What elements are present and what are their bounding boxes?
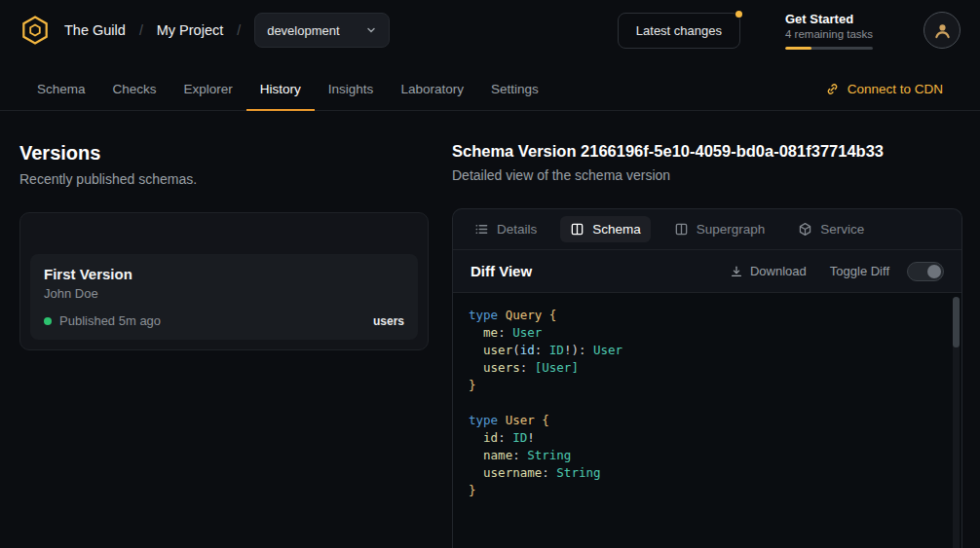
latest-changes-label: Latest changes: [636, 23, 722, 38]
version-author: John Doe: [44, 286, 404, 301]
scrollbar-thumb[interactable]: [953, 297, 960, 347]
versions-section: Versions Recently published schemas. Fir…: [0, 111, 452, 350]
breadcrumb: The Guild / My Project / development: [64, 13, 390, 48]
panel-tab-label: Details: [497, 222, 537, 237]
toggle-diff-switch[interactable]: [907, 262, 944, 281]
latest-changes-button[interactable]: Latest changes: [618, 13, 740, 49]
code-line: user(id: ID!): User: [469, 342, 946, 359]
main-content: Versions Recently published schemas. Fir…: [0, 111, 980, 548]
download-button[interactable]: Download: [724, 263, 812, 279]
diff-actions: Download Toggle Diff: [724, 262, 944, 281]
panel-tab-schema[interactable]: Schema: [560, 216, 651, 242]
schema-icon: [570, 222, 584, 237]
diff-view-title: Diff View: [471, 263, 532, 279]
toggle-knob: [927, 265, 941, 278]
versions-title: Versions: [19, 142, 429, 164]
hive-logo-icon[interactable]: [19, 15, 51, 46]
breadcrumb-org[interactable]: The Guild: [64, 22, 126, 38]
tab-insights[interactable]: Insights: [315, 68, 388, 110]
nav-tabs: Schema Checks Explorer History Insights …: [23, 68, 552, 110]
tab-history[interactable]: History: [246, 68, 315, 110]
version-status: Published 5m ago: [59, 313, 161, 328]
list-icon: [474, 222, 489, 237]
panel-tab-label: Supergraph: [697, 222, 766, 237]
panel-tab-service[interactable]: Service: [788, 216, 874, 242]
version-name: First Version: [44, 266, 404, 282]
avatar[interactable]: [923, 12, 961, 49]
get-started-progress: [785, 47, 873, 50]
get-started-title: Get Started: [785, 12, 879, 26]
notification-dot: [735, 11, 742, 18]
panel-tab-supergraph[interactable]: Supergraph: [664, 216, 775, 242]
connect-cdn-button[interactable]: Connect to CDN: [819, 81, 949, 97]
code-line: username: String: [469, 464, 946, 482]
breadcrumb-separator: /: [139, 22, 143, 38]
code-line: [469, 394, 946, 412]
user-icon: [933, 21, 952, 40]
target-selector-value: development: [267, 23, 339, 38]
link-icon: [825, 82, 840, 96]
version-status-row: Published 5m ago users: [44, 313, 404, 328]
download-label: Download: [750, 264, 807, 278]
schema-version-subtitle: Detailed view of the schema version: [452, 167, 962, 183]
code-line: type User {: [469, 412, 946, 429]
published-dot: [44, 317, 52, 325]
code-line: id: ID!: [469, 429, 946, 447]
tab-settings[interactable]: Settings: [477, 68, 552, 110]
code-line: }: [469, 482, 946, 499]
code-line: users: [User]: [469, 359, 946, 377]
code-line: type Query {: [469, 307, 946, 324]
breadcrumb-separator: /: [237, 22, 241, 38]
get-started-widget[interactable]: Get Started 4 remaining tasks: [785, 12, 879, 50]
panel-tab-label: Service: [820, 222, 864, 237]
panel-tab-details[interactable]: Details: [465, 216, 547, 242]
tab-checks[interactable]: Checks: [99, 68, 170, 110]
cube-icon: [798, 222, 812, 237]
version-item[interactable]: First Version John Doe Published 5m ago …: [30, 254, 418, 340]
panel-tabs: Details Schema: [453, 209, 961, 250]
code-line: me: User: [469, 324, 946, 342]
versions-subtitle: Recently published schemas.: [19, 171, 429, 187]
tab-schema[interactable]: Schema: [23, 68, 99, 110]
chevron-down-icon: [365, 24, 377, 36]
breadcrumb-project[interactable]: My Project: [157, 22, 224, 38]
top-header: The Guild / My Project / development Lat…: [0, 0, 980, 60]
diff-toolbar: Diff View Download Toggle Diff: [453, 250, 961, 293]
progress-fill: [785, 47, 811, 50]
tab-explorer[interactable]: Explorer: [170, 68, 246, 110]
connect-cdn-label: Connect to CDN: [848, 82, 943, 96]
tab-laboratory[interactable]: Laboratory: [387, 68, 477, 110]
versions-list: First Version John Doe Published 5m ago …: [19, 212, 429, 350]
main-nav: Schema Checks Explorer History Insights …: [0, 60, 980, 111]
code-lines: type Query { me: User user(id: ID!): Use…: [469, 307, 946, 499]
schema-version-panel: Details Schema: [452, 208, 962, 548]
scrollbar[interactable]: [953, 297, 960, 548]
header-right: Latest changes Get Started 4 remaining t…: [618, 12, 961, 50]
schema-version-section: Schema Version 2166196f-5e10-4059-bd0a-0…: [452, 111, 980, 548]
code-view: type Query { me: User user(id: ID!): Use…: [453, 293, 961, 548]
version-service-badge: users: [373, 314, 404, 328]
supergraph-icon: [674, 222, 689, 237]
panel-tab-label: Schema: [592, 222, 641, 237]
schema-version-title: Schema Version 2166196f-5e10-4059-bd0a-0…: [452, 142, 962, 161]
download-icon: [730, 265, 743, 278]
toggle-diff-label: Toggle Diff: [830, 264, 889, 278]
target-selector[interactable]: development: [254, 13, 389, 48]
get-started-subtitle: 4 remaining tasks: [785, 28, 879, 40]
code-line: name: String: [469, 447, 946, 464]
code-line: }: [469, 377, 946, 394]
